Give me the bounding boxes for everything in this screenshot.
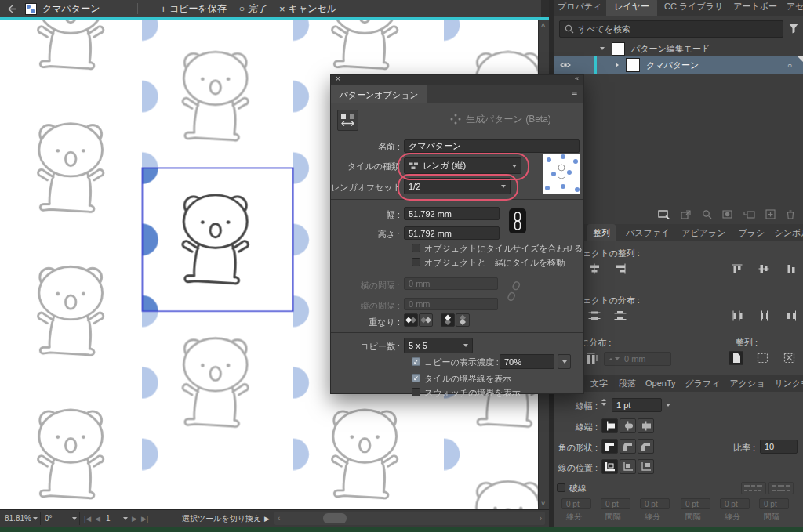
height-field[interactable]: 51.792 mm: [404, 226, 500, 240]
tab-layers[interactable]: レイヤー: [606, 0, 657, 16]
tab-opentype[interactable]: OpenTy: [645, 378, 676, 388]
tab-character[interactable]: 文字: [590, 378, 608, 389]
name-field[interactable]: クマパターン: [404, 139, 580, 153]
align-h-center-icon[interactable]: [588, 263, 601, 274]
export-selection-icon[interactable]: [681, 209, 692, 220]
dim-copies-checkbox[interactable]: ✓: [412, 357, 420, 366]
page-caret-icon[interactable]: [123, 517, 128, 520]
scroll-down-icon[interactable]: ˅: [541, 500, 545, 508]
tab-actions[interactable]: アクショ: [730, 378, 765, 389]
first-page-icon[interactable]: |◀: [84, 513, 91, 524]
delete-layer-icon[interactable]: [786, 209, 795, 219]
locate-object-icon[interactable]: [658, 209, 670, 220]
fit-tile-checkbox[interactable]: [412, 244, 420, 252]
tab-appearance[interactable]: アピアラン: [681, 227, 725, 239]
scroll-up-icon[interactable]: ˄: [541, 21, 545, 29]
next-page-icon[interactable]: ▶: [132, 513, 137, 524]
tab-artboards[interactable]: アートボー: [729, 0, 782, 16]
cancel-button[interactable]: キャンセル: [289, 3, 336, 14]
tab-cc-libraries[interactable]: CC ライブラリ: [657, 0, 729, 16]
hscroll-thumb[interactable]: [323, 513, 347, 523]
join-round-button[interactable]: [620, 439, 636, 454]
align-v-bottom-icon[interactable]: [786, 263, 798, 274]
layer-row-pattern[interactable]: クマパターン ○: [554, 56, 803, 74]
hscroll-right-icon[interactable]: ›: [540, 513, 542, 524]
layers-search-box[interactable]: すべてを検索: [559, 20, 783, 38]
copies-dropdown[interactable]: 5 x 5: [404, 338, 473, 353]
join-miter-button[interactable]: [601, 439, 618, 454]
search-layers-icon[interactable]: [702, 209, 712, 219]
distribute-v-bottom-icon[interactable]: [614, 310, 627, 321]
dim-caret-button[interactable]: [558, 354, 571, 369]
tab-brushes[interactable]: ブラシ: [739, 227, 765, 239]
stroke-align-center-button[interactable]: [601, 459, 618, 474]
zoom-level[interactable]: 81.81%: [5, 513, 31, 524]
hscroll-left-icon[interactable]: ‹: [278, 513, 280, 524]
distribute-h-right-icon[interactable]: [786, 310, 798, 321]
new-layer-icon[interactable]: [765, 209, 776, 219]
tab-asset-export[interactable]: アセットの: [782, 0, 803, 16]
align-v-middle-icon[interactable]: [758, 263, 771, 274]
back-arrow-icon[interactable]: [6, 4, 18, 14]
cap-butt-button[interactable]: [601, 418, 618, 433]
zoom-caret-icon[interactable]: [33, 517, 38, 520]
rotation-value[interactable]: 0°: [45, 513, 53, 524]
generate-pattern-button[interactable]: 生成パターン (Beta): [450, 114, 551, 125]
dialog-menu-icon[interactable]: ≡: [572, 89, 577, 100]
tab-properties[interactable]: プロパティ: [554, 0, 606, 16]
layer-row-edit-mode[interactable]: パターン編集モード: [554, 41, 803, 56]
save-copy-button[interactable]: コピーを保存: [169, 3, 227, 14]
cap-projecting-button[interactable]: [638, 418, 654, 433]
done-button[interactable]: 完了: [248, 3, 267, 14]
brick-offset-dropdown[interactable]: 1/2: [404, 178, 511, 194]
stroke-weight-field[interactable]: 1 pt: [612, 398, 662, 412]
new-sublayer-icon[interactable]: [743, 209, 755, 219]
distribute-spacing-icon[interactable]: [587, 353, 599, 364]
overlap-top-front-button[interactable]: [441, 313, 455, 327]
stroke-weight-caret-icon[interactable]: [666, 404, 670, 407]
overlap-bottom-front-button[interactable]: [456, 313, 470, 327]
align-to-selection-icon[interactable]: [757, 353, 768, 364]
distribute-h-center-icon[interactable]: [758, 310, 771, 321]
dim-value-dropdown[interactable]: 70%: [500, 354, 554, 369]
canvas-hscrollbar[interactable]: ‹ ›: [274, 512, 545, 525]
distribute-h-left-icon[interactable]: [732, 310, 744, 321]
stroke-weight-stepper[interactable]: [601, 399, 606, 406]
align-v-top-icon[interactable]: [732, 263, 744, 274]
tab-paragraph[interactable]: 段落: [619, 378, 636, 389]
align-to-artboard-button[interactable]: [729, 351, 743, 365]
tab-pathfinder[interactable]: パスファイ: [626, 227, 670, 239]
dialog-tab-pattern-options[interactable]: パターンオプション: [331, 85, 427, 103]
tab-links[interactable]: リンク: [775, 378, 801, 389]
tab-glyphs[interactable]: グラフィ: [685, 378, 721, 389]
overlap-right-front-button[interactable]: [419, 313, 433, 327]
pattern-tile-tool-button[interactable]: [337, 110, 358, 131]
move-tile-checkbox[interactable]: [412, 258, 420, 266]
dialog-collapse-icon[interactable]: «: [575, 74, 579, 82]
tile-type-dropdown[interactable]: レンガ (縦): [404, 157, 521, 174]
prev-page-icon[interactable]: ◀: [95, 513, 100, 524]
dashed-line-checkbox[interactable]: [557, 483, 565, 492]
show-tile-edge-checkbox[interactable]: ✓: [412, 374, 420, 382]
filter-funnel-icon[interactable]: [788, 23, 799, 34]
align-h-right-icon[interactable]: [614, 263, 627, 274]
distribute-v-center-icon[interactable]: [588, 310, 601, 321]
expand-arrow-icon[interactable]: [616, 63, 619, 67]
show-swatch-bounds-checkbox[interactable]: [412, 388, 420, 396]
dialog-close-icon[interactable]: ×: [336, 74, 340, 83]
tab-align[interactable]: 整列: [587, 224, 616, 242]
overlap-left-front-button[interactable]: [404, 313, 418, 327]
last-page-icon[interactable]: ▶|: [141, 513, 148, 524]
tab-symbols[interactable]: シンボル: [774, 227, 803, 239]
rotation-caret-icon[interactable]: [72, 517, 77, 520]
cap-round-button[interactable]: [620, 418, 636, 433]
page-number[interactable]: 1: [106, 513, 111, 524]
stroke-align-outside-button[interactable]: [638, 459, 654, 474]
link-dimensions-button[interactable]: [509, 208, 526, 233]
make-mask-icon[interactable]: [722, 209, 733, 219]
align-to-key-object-icon[interactable]: [783, 353, 795, 364]
status-flyout-icon[interactable]: ▶: [264, 513, 270, 524]
width-field[interactable]: 51.792 mm: [404, 207, 500, 220]
join-bevel-button[interactable]: [638, 439, 654, 454]
stroke-align-inside-button[interactable]: [620, 459, 636, 474]
